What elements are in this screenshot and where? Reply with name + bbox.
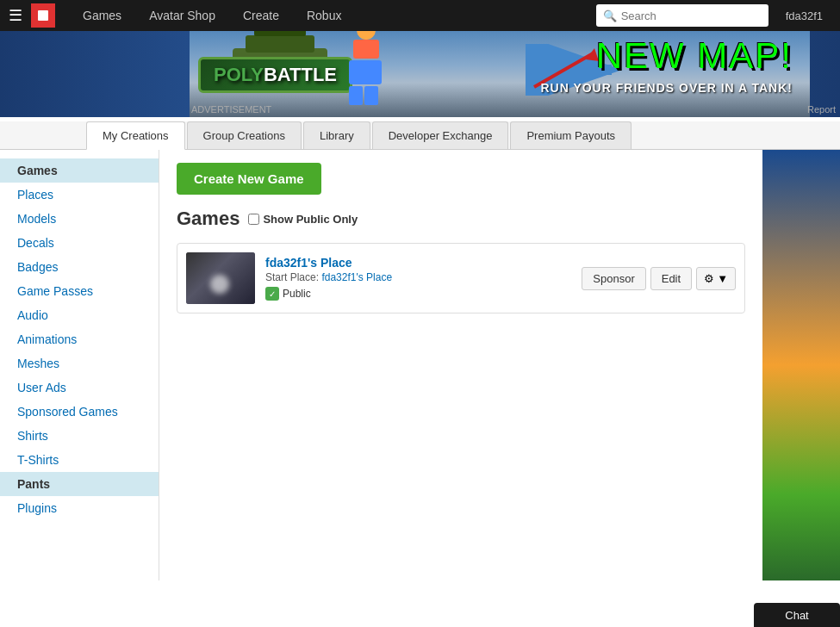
ad-subtitle: RUN YOUR FRIENDS OVER IN A TANK! [540, 81, 793, 95]
sidebar-item-sponsored-games[interactable]: Sponsored Games [0, 400, 159, 424]
game-thumbnail [186, 252, 255, 304]
hamburger-icon[interactable]: ☰ [9, 6, 22, 25]
game-thumb-image [186, 252, 255, 304]
ad-content: POLYBATTLE NEW MAP! RUN YOUR FRIENDS OVE… [0, 31, 840, 117]
nav-games[interactable]: Games [69, 0, 135, 31]
sidebar-item-badges[interactable]: Badges [0, 255, 159, 279]
search-input[interactable] [621, 9, 762, 22]
game-info: fda32f1's Place Start Place: fda32f1's P… [265, 256, 571, 301]
roblox-logo[interactable] [31, 3, 55, 28]
sidebar: Games Places Models Decals Badges Game P… [0, 150, 159, 580]
game-actions: Sponsor Edit ⚙ ▼ [582, 267, 736, 290]
visibility-text: Public [283, 288, 311, 300]
main-layout: Games Places Models Decals Badges Game P… [0, 150, 840, 580]
sidebar-item-places[interactable]: Places [0, 183, 159, 207]
game-place: Start Place: fda32f1's Place [265, 271, 571, 283]
new-map-text: NEW MAP! [596, 35, 793, 76]
right-ad-panel [762, 150, 840, 580]
nav-avatar-shop[interactable]: Avatar Shop [135, 0, 229, 31]
game-name-link[interactable]: fda32f1's Place [265, 256, 571, 270]
ad-banner: POLYBATTLE NEW MAP! RUN YOUR FRIENDS OVE… [0, 31, 840, 117]
report-link[interactable]: Report [807, 104, 836, 115]
public-icon: ✓ [265, 287, 279, 301]
gear-icon: ⚙ [704, 272, 714, 285]
sidebar-item-games[interactable]: Games [0, 158, 159, 183]
tab-group-creations[interactable]: Group Creations [187, 121, 302, 149]
sidebar-item-models[interactable]: Models [0, 207, 159, 231]
tab-premium-payouts[interactable]: Premium Payouts [510, 121, 632, 149]
section-title: Games Show Public Only [177, 208, 745, 230]
game-visibility: ✓ Public [265, 287, 571, 301]
ad-label: ADVERTISEMENT [191, 104, 271, 115]
sidebar-item-animations[interactable]: Animations [0, 327, 159, 351]
sidebar-item-pants[interactable]: Pants [0, 472, 159, 496]
username-display: fda32f1 [777, 9, 831, 22]
right-ad-image [762, 150, 840, 580]
top-navigation: ☰ Games Avatar Shop Create Robux 🔍 fda32… [0, 0, 840, 31]
show-public-text: Show Public Only [263, 213, 358, 226]
tab-library[interactable]: Library [303, 121, 370, 149]
sidebar-item-audio[interactable]: Audio [0, 303, 159, 327]
chevron-down-icon: ▼ [717, 272, 728, 285]
nav-robux[interactable]: Robux [293, 0, 355, 31]
search-bar: 🔍 [596, 4, 768, 27]
show-public-label[interactable]: Show Public Only [248, 213, 358, 226]
content-area: Create New Game Games Show Public Only f… [159, 150, 762, 580]
tab-developer-exchange[interactable]: Developer Exchange [372, 121, 509, 149]
sidebar-item-plugins[interactable]: Plugins [0, 496, 159, 520]
sidebar-item-game-passes[interactable]: Game Passes [0, 279, 159, 303]
gear-button[interactable]: ⚙ ▼ [696, 267, 736, 290]
svg-rect-0 [38, 10, 48, 21]
polybattle-logo: POLYBATTLE [198, 57, 352, 93]
nav-links: Games Avatar Shop Create Robux [69, 0, 588, 31]
edit-button[interactable]: Edit [650, 267, 692, 290]
sidebar-item-meshes[interactable]: Meshes [0, 351, 159, 376]
sidebar-item-decals[interactable]: Decals [0, 231, 159, 255]
game-card: fda32f1's Place Start Place: fda32f1's P… [177, 243, 745, 314]
sidebar-item-t-shirts[interactable]: T-Shirts [0, 448, 159, 472]
sidebar-item-user-ads[interactable]: User Ads [0, 376, 159, 400]
tab-my-creations[interactable]: My Creations [86, 121, 185, 150]
sidebar-item-shirts[interactable]: Shirts [0, 424, 159, 448]
tabs-row: My Creations Group Creations Library Dev… [0, 121, 840, 150]
start-place-link[interactable]: fda32f1's Place [321, 271, 392, 283]
show-public-checkbox[interactable] [248, 214, 259, 225]
create-new-game-button[interactable]: Create New Game [177, 163, 321, 195]
search-icon: 🔍 [603, 9, 617, 22]
sponsor-button[interactable]: Sponsor [582, 267, 645, 290]
nav-create[interactable]: Create [229, 0, 293, 31]
